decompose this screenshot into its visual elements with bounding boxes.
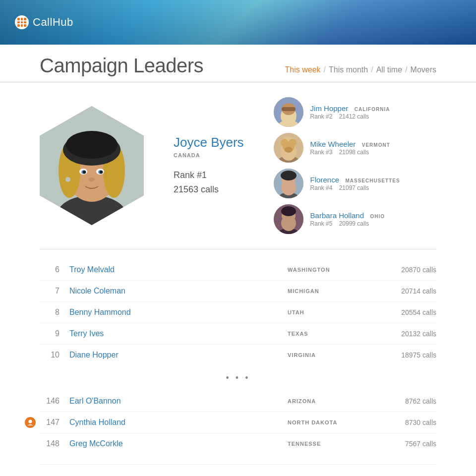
logo-text: CallHub <box>33 16 73 29</box>
side-rank-5: Barbara Holland OHIO Rank #5 20999 calls <box>274 204 436 234</box>
row-name-9[interactable]: Terry Ives <box>69 329 288 338</box>
rank1-avatar-container <box>40 106 144 225</box>
table-row: 6 Troy Melvald WASHINGTON 20870 calls <box>40 259 436 281</box>
row-rank-10: 10 <box>40 351 69 359</box>
row-calls-148: 7567 calls <box>377 440 436 448</box>
rank4-name: Florence <box>310 176 339 184</box>
rank1-rank: Rank #1 21563 calls <box>174 168 244 197</box>
rank2-details: Jim Hopper CALIFORNIA Rank #2 21412 call… <box>310 104 390 120</box>
svg-rect-21 <box>282 107 296 111</box>
side-rankings: Jim Hopper CALIFORNIA Rank #2 21412 call… <box>274 97 436 234</box>
rank1-avatar-image <box>40 106 144 225</box>
rank3-avatar <box>274 133 303 163</box>
row-rank-7: 7 <box>40 287 69 296</box>
row-rank-8: 8 <box>40 308 69 317</box>
logo-area: CallHub <box>15 15 73 29</box>
row-name-6[interactable]: Troy Melvald <box>69 265 288 274</box>
rank5-sub: Rank #5 20999 calls <box>310 220 385 227</box>
nav-link-this-month[interactable]: This month <box>329 65 368 74</box>
row-rank-6: 6 <box>40 265 69 274</box>
svg-point-16 <box>89 178 95 181</box>
row-calls-6: 20870 calls <box>377 266 436 274</box>
rank5-state: OHIO <box>370 214 385 219</box>
current-user-indicator <box>25 417 36 428</box>
row-rank-147: 147 <box>40 418 69 427</box>
row-name-8[interactable]: Benny Hammond <box>69 308 288 317</box>
row-calls-147: 8730 calls <box>377 418 436 426</box>
side-rank-2: Jim Hopper CALIFORNIA Rank #2 21412 call… <box>274 97 436 127</box>
row-state-146: ARIZONA <box>288 398 377 404</box>
row-rank-148: 148 <box>40 439 69 448</box>
row-calls-10: 18975 calls <box>377 351 436 359</box>
side-rank-3: Mike Wheeler VERMONT Rank #3 21098 calls <box>274 133 436 163</box>
rank2-state: CALIFORNIA <box>355 107 390 112</box>
row-state-6: WASHINGTON <box>288 267 377 273</box>
svg-point-14 <box>100 171 103 174</box>
logo-icon <box>15 15 29 29</box>
nav-sep-1: / <box>324 65 326 74</box>
table-row: 147 Cynthia Holland NORTH DAKOTA 8730 ca… <box>40 412 436 433</box>
row-rank-146: 146 <box>40 397 69 406</box>
rank2-sub: Rank #2 21412 calls <box>310 113 390 120</box>
row-calls-9: 20132 calls <box>377 330 436 338</box>
rank3-state: VERMONT <box>362 142 390 148</box>
rank1-country: CANADA <box>174 152 244 158</box>
row-calls-8: 20554 calls <box>377 308 436 316</box>
page-title: Campaign Leaders <box>40 55 203 77</box>
row-name-147[interactable]: Cynthia Holland <box>69 418 288 427</box>
rank3-sub: Rank #3 21098 calls <box>310 149 390 156</box>
rank3-details: Mike Wheeler VERMONT Rank #3 21098 calls <box>310 140 390 156</box>
nav-sep-2: / <box>371 65 373 74</box>
row-state-147: NORTH DAKOTA <box>288 419 377 425</box>
table-row: 148 Greg McCorkle TENNESSE 7567 calls <box>40 433 436 454</box>
top-section: Joyce Byers CANADA Rank #1 21563 calls <box>40 97 436 234</box>
header: CallHub <box>0 0 476 45</box>
ellipsis: • • • <box>40 365 436 391</box>
nav-link-movers[interactable]: Movers <box>411 65 436 74</box>
row-name-10[interactable]: Diane Hopper <box>69 351 288 359</box>
footer-social: f t g+ p + <box>40 464 436 476</box>
rank1-avatar <box>40 106 144 225</box>
main-content: Joyce Byers CANADA Rank #1 21563 calls <box>0 82 476 476</box>
table-row: 7 Nicole Coleman MICHIGAN 20714 calls <box>40 281 436 302</box>
row-state-148: TENNESSE <box>288 441 377 447</box>
rank5-avatar <box>274 204 303 234</box>
rank5-name: Barbara Holland <box>310 211 364 220</box>
svg-point-8 <box>66 131 118 159</box>
rank4-avatar <box>274 169 303 198</box>
svg-point-34 <box>281 171 297 180</box>
rank4-details: Florence MASSECHUSETTES Rank #4 21097 ca… <box>310 176 400 191</box>
row-name-7[interactable]: Nicole Coleman <box>69 287 288 296</box>
lower-leaderboard-table: 146 Earl O'Bannon ARIZONA 8762 calls 147… <box>40 391 436 454</box>
nav-link-all-time[interactable]: All time <box>376 65 402 74</box>
svg-point-15 <box>65 177 70 182</box>
row-state-7: MICHIGAN <box>288 288 377 294</box>
rank4-sub: Rank #4 21097 calls <box>310 184 400 191</box>
rank4-state: MASSECHUSETTES <box>345 178 400 183</box>
table-row: 8 Benny Hammond UTAH 20554 calls <box>40 302 436 323</box>
rank2-avatar <box>274 97 303 127</box>
leaderboard-table: 6 Troy Melvald WASHINGTON 20870 calls 7 … <box>40 259 436 365</box>
user-icon <box>27 419 34 426</box>
rank1-name: Joyce Byers <box>174 135 244 150</box>
row-name-146[interactable]: Earl O'Bannon <box>69 397 288 406</box>
campaign-nav: Campaign Leaders This week / This month … <box>0 45 476 82</box>
nav-link-this-week[interactable]: This week <box>285 65 321 74</box>
rank5-details: Barbara Holland OHIO Rank #5 20999 calls <box>310 211 385 227</box>
row-name-148[interactable]: Greg McCorkle <box>69 439 288 448</box>
svg-point-13 <box>83 171 86 174</box>
side-rank-4: Florence MASSECHUSETTES Rank #4 21097 ca… <box>274 169 436 198</box>
rank1-info: Joyce Byers CANADA Rank #1 21563 calls <box>174 135 244 197</box>
nav-links: This week / This month / All time / Move… <box>285 65 436 77</box>
rank3-name: Mike Wheeler <box>310 140 356 148</box>
rank2-name: Jim Hopper <box>310 104 349 113</box>
table-row: 146 Earl O'Bannon ARIZONA 8762 calls <box>40 391 436 412</box>
table-row: 9 Terry Ives TEXAS 20132 calls <box>40 323 436 345</box>
row-state-9: TEXAS <box>288 331 377 337</box>
table-row: 10 Diane Hopper VIRGINIA 18975 calls <box>40 345 436 365</box>
row-calls-7: 20714 calls <box>377 287 436 295</box>
row-state-10: VIRGINIA <box>288 352 377 358</box>
svg-point-39 <box>281 206 296 216</box>
row-state-8: UTAH <box>288 309 377 315</box>
svg-point-29 <box>285 147 293 153</box>
